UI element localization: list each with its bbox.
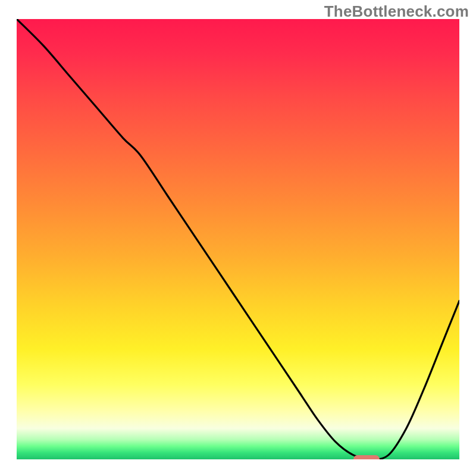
- watermark-label: TheBottleneck.com: [324, 2, 469, 21]
- curve-path: [17, 19, 459, 459]
- optimal-marker: [353, 455, 380, 459]
- chart-container: TheBottleneck.com: [0, 0, 476, 476]
- plot-area: [17, 19, 459, 459]
- bottleneck-curve: [17, 19, 459, 459]
